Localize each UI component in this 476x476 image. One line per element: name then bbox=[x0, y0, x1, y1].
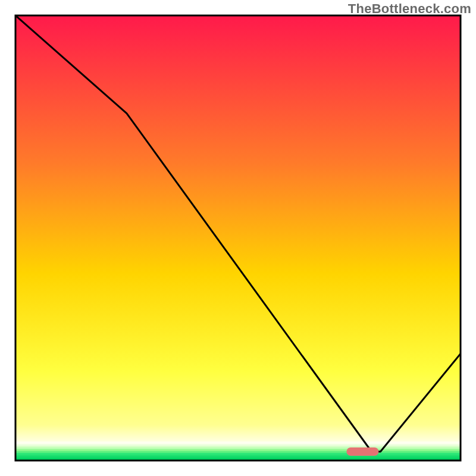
svg-rect-1 bbox=[15, 441, 461, 444]
svg-rect-3 bbox=[15, 446, 461, 447]
bottom-strip-bands bbox=[15, 441, 461, 461]
optimal-marker bbox=[346, 447, 378, 456]
svg-rect-2 bbox=[15, 444, 461, 446]
svg-rect-5 bbox=[15, 449, 461, 451]
gradient-background bbox=[15, 15, 461, 461]
svg-rect-8 bbox=[15, 455, 461, 456]
bottleneck-curve-chart bbox=[0, 0, 476, 476]
svg-rect-4 bbox=[15, 447, 461, 449]
svg-rect-6 bbox=[15, 451, 461, 453]
svg-rect-7 bbox=[15, 453, 461, 455]
watermark-text: TheBottleneck.com bbox=[348, 1, 471, 17]
chart-container: TheBottleneck.com bbox=[0, 0, 476, 476]
svg-rect-9 bbox=[15, 456, 461, 458]
